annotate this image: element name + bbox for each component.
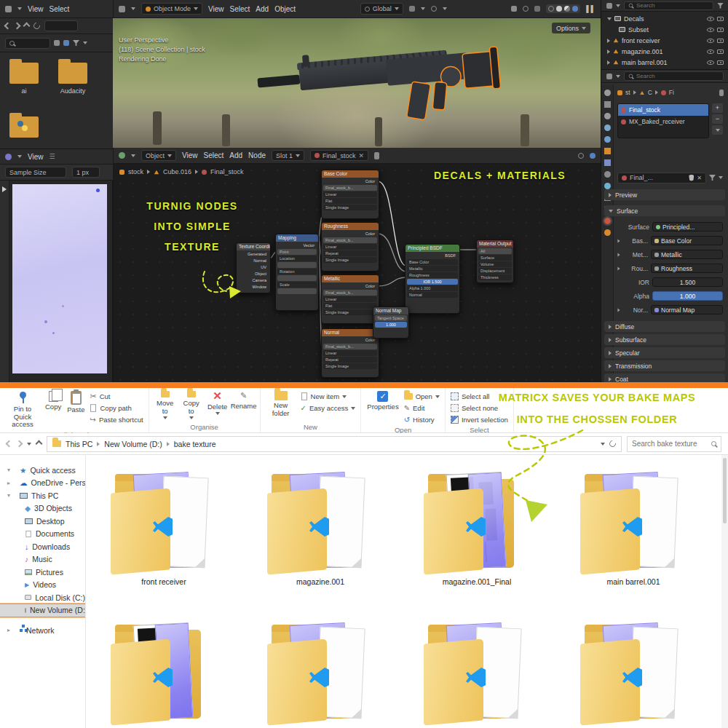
properties-search-input[interactable] (636, 73, 680, 79)
tab-scene-icon[interactable] (604, 124, 611, 131)
outliner-search[interactable] (624, 1, 713, 10)
sidebar-item-this-pc[interactable]: ▾This PC (0, 489, 85, 502)
new-folder-button[interactable]: New folder (264, 389, 298, 419)
folder-item[interactable]: ai (7, 63, 41, 95)
slot-dropdown[interactable]: Slot 1 (272, 150, 304, 161)
folder-tile-magazine-final[interactable]: magazine.001_Final (408, 472, 546, 586)
outliner-row-main-barrel[interactable]: main barrel.001 (601, 57, 728, 68)
camera-icon[interactable] (717, 28, 724, 32)
tab-modifier-icon[interactable] (604, 159, 611, 166)
menu-select[interactable]: Select (50, 5, 70, 13)
copy-path-button[interactable]: Copy path (88, 403, 144, 414)
pause-render-icon[interactable]: ▌▌ (586, 5, 596, 12)
basecolor-input[interactable]: Base Color (651, 236, 723, 245)
new-item-button[interactable]: New item (299, 391, 357, 402)
shading-material-icon[interactable] (564, 6, 570, 12)
pin-to-quick-access-button[interactable]: Pin to Quick access (4, 389, 41, 430)
surface-shader-dropdown[interactable]: Principled... (652, 222, 723, 232)
roughness-input[interactable]: Roughness (651, 264, 723, 273)
add-slot-button[interactable]: + (712, 103, 723, 113)
menu-view[interactable]: View (208, 5, 224, 13)
path-field[interactable] (44, 20, 78, 31)
search-field[interactable] (5, 38, 50, 49)
shading-rendered-icon[interactable] (572, 6, 578, 12)
tab-physics-icon[interactable] (604, 183, 611, 189)
node-row[interactable]: Single Image (323, 205, 377, 210)
search-input[interactable] (632, 440, 708, 448)
folder-tile[interactable] (95, 622, 233, 726)
sidebar-item-videos[interactable]: ▶Videos (0, 579, 85, 592)
paste-button[interactable]: Paste (65, 389, 87, 416)
viewport-3d[interactable]: User Perspective (118) Scene Collection … (113, 18, 601, 148)
editor-type-icon[interactable] (5, 154, 12, 160)
properties-button[interactable]: ✓Properties (365, 389, 400, 413)
outliner-row-decals[interactable]: Decals (601, 13, 728, 24)
sidebar-item-downloads[interactable]: ↓Downloads (0, 540, 85, 553)
folder-tile[interactable] (251, 622, 389, 726)
node-enum[interactable]: All (478, 248, 512, 254)
hamburger-icon[interactable]: ☰ (50, 153, 55, 160)
node-row[interactable]: Metallic (407, 266, 458, 272)
node-enum[interactable]: Tangent Space (375, 315, 407, 321)
node-image-name[interactable]: Final_stock_b... (323, 344, 377, 349)
material-datablock[interactable]: Final_stock✕ (310, 150, 368, 161)
forward-icon[interactable] (14, 23, 21, 30)
menu-object[interactable]: Object (274, 5, 296, 13)
node-row[interactable]: Single Image (323, 309, 377, 315)
camera-icon[interactable] (717, 17, 724, 21)
node-image-texture-metallic[interactable]: Metallic Color Final_stock_b... Linear F… (321, 274, 379, 324)
camera-icon[interactable] (717, 39, 724, 43)
menu-select[interactable]: Select (204, 151, 224, 159)
tab-texture-icon[interactable] (604, 229, 611, 236)
paste-shortcut-button[interactable]: ↪Paste shortcut (88, 414, 144, 425)
delete-button[interactable]: ✕Delete (205, 389, 230, 416)
show-gizmo-icon[interactable] (511, 6, 517, 12)
node-image-name[interactable]: Final_stock_b... (323, 237, 377, 243)
address-box[interactable]: This PC New Volume (D:) bake texture (47, 436, 622, 452)
address-dropdown-icon[interactable] (601, 443, 605, 446)
node-row[interactable]: Single Image (323, 363, 377, 369)
filter-icon[interactable] (73, 40, 79, 46)
crumb-bake-texture[interactable]: bake texture (174, 440, 216, 448)
ior-slider[interactable]: 1.500 (652, 277, 723, 287)
back-icon[interactable] (6, 440, 13, 448)
folder-tile-front-receiver[interactable]: front receiver (95, 472, 233, 586)
node-image-name[interactable]: Final_stock_b... (323, 290, 377, 296)
editor-type-icon[interactable] (119, 6, 125, 12)
rename-button[interactable]: ✎Rename (232, 389, 256, 411)
remove-slot-button[interactable]: − (712, 114, 723, 124)
menu-view[interactable]: View (28, 5, 44, 13)
chevron-icon[interactable]: ▾ (7, 492, 16, 499)
overlay-toggle-icon[interactable] (578, 153, 584, 159)
crumb-mesh[interactable]: C (648, 89, 652, 96)
sidebar-item-new-volume[interactable]: New Volume (D:) (0, 604, 85, 617)
node-value[interactable] (277, 288, 317, 294)
node-row[interactable]: Roughness (407, 272, 458, 278)
node-row[interactable]: Repeat (323, 250, 377, 256)
menu-select[interactable]: Select (230, 5, 250, 13)
pin-icon[interactable] (719, 90, 724, 96)
sidebar-item-documents[interactable]: Documents (0, 528, 85, 541)
copy-button[interactable]: Copy (43, 389, 63, 413)
sidebar-item-network[interactable]: ▸Network (0, 624, 85, 637)
crumb-new-volume[interactable]: New Volume (D:) (104, 440, 162, 448)
material-datablock[interactable]: Final_... ✕ (617, 173, 706, 183)
node-value[interactable]: 1.000 (375, 322, 407, 328)
node-row[interactable]: Repeat (323, 357, 377, 363)
tab-object-icon[interactable] (604, 148, 611, 154)
display-thumbnail-icon[interactable] (63, 40, 69, 46)
cursor-tool-icon[interactable] (2, 186, 7, 192)
node-material-output[interactable]: Material Output All Surface Volume Displ… (476, 240, 514, 283)
show-overlays-icon[interactable] (523, 6, 529, 12)
node-image-texture-basecolor[interactable]: Base Color Color Final_stock_b... Linear… (321, 170, 379, 219)
eye-icon[interactable] (707, 28, 714, 32)
node-enum[interactable]: Point (277, 249, 317, 255)
section-specular[interactable]: Specular (604, 347, 725, 358)
shader-type-dropdown[interactable]: Object (141, 150, 176, 161)
outliner-row-front-receiver[interactable]: front receiver (601, 35, 728, 46)
folder-tile-magazine[interactable]: magazine.001 (251, 472, 389, 586)
move-to-button[interactable]: Move to (153, 389, 178, 421)
search-box[interactable] (627, 436, 721, 452)
sample-size-value[interactable]: 1 px (72, 167, 100, 178)
expand-icon[interactable] (607, 39, 610, 43)
